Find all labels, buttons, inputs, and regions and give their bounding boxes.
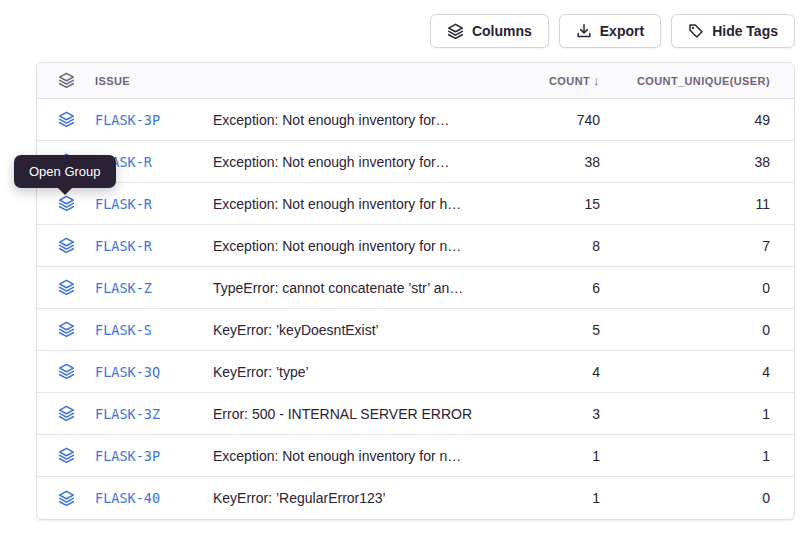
issue-link[interactable]: FLASK-S <box>95 322 152 338</box>
open-group-tooltip: Open Group <box>14 155 116 188</box>
count-value: 8 <box>500 238 600 254</box>
count-value: 740 <box>500 112 600 128</box>
open-group-tooltip-label: Open Group <box>29 164 101 179</box>
count-unique-value: 1 <box>600 448 770 464</box>
count-unique-value: 0 <box>600 280 770 296</box>
download-icon <box>576 23 592 39</box>
open-group-icon[interactable] <box>58 279 75 296</box>
count-unique-value: 4 <box>600 364 770 380</box>
count-value: 5 <box>500 322 600 338</box>
open-group-icon[interactable] <box>58 405 75 422</box>
export-button[interactable]: Export <box>559 14 661 48</box>
table-row: FLASK-3Z Error: 500 - INTERNAL SERVER ER… <box>37 393 794 435</box>
issue-summary: Exception: Not enough inventory for n… <box>213 238 500 254</box>
issue-link[interactable]: FLASK-R <box>95 196 152 212</box>
issue-summary: Exception: Not enough inventory for… <box>213 112 500 128</box>
count-value: 15 <box>500 196 600 212</box>
open-group-icon[interactable] <box>58 111 75 128</box>
stack-icon <box>58 72 75 89</box>
issue-summary: Error: 500 - INTERNAL SERVER ERROR <box>213 406 500 422</box>
open-group-icon[interactable] <box>58 363 75 380</box>
table-row: FLASK-S KeyError: ’keyDoesntExist’ 5 0 <box>37 309 794 351</box>
column-header-issue[interactable]: ISSUE <box>37 72 213 89</box>
issue-summary: KeyError: ’type’ <box>213 364 500 380</box>
table-row: FLASK-R Exception: Not enough inventory … <box>37 141 794 183</box>
issue-summary: TypeError: cannot concatenate ’str’ an… <box>213 280 500 296</box>
count-unique-value: 11 <box>600 196 770 212</box>
column-header-issue-label: ISSUE <box>95 75 130 87</box>
issue-summary: Exception: Not enough inventory for h… <box>213 196 500 212</box>
count-value: 1 <box>500 448 600 464</box>
count-value: 1 <box>500 490 600 506</box>
issue-summary: Exception: Not enough inventory for n… <box>213 448 500 464</box>
column-header-count-unique[interactable]: COUNT_UNIQUE(USER) <box>600 75 770 87</box>
issue-link[interactable]: FLASK-3P <box>95 448 160 464</box>
table-row: FLASK-40 KeyError: ’RegularError123’ 1 0 <box>37 477 794 519</box>
count-unique-value: 38 <box>600 154 770 170</box>
hide-tags-button-label: Hide Tags <box>712 23 778 39</box>
open-group-icon[interactable] <box>58 237 75 254</box>
sort-descending-icon: ↓ <box>593 73 600 88</box>
table-header-row: ISSUE COUNT↓ COUNT_UNIQUE(USER) <box>37 63 794 99</box>
open-group-icon[interactable] <box>58 195 75 212</box>
issue-summary: KeyError: ’keyDoesntExist’ <box>213 322 500 338</box>
issue-link[interactable]: FLASK-3Z <box>95 406 160 422</box>
stack-icon <box>447 23 464 40</box>
table-row: FLASK-3Q KeyError: ’type’ 4 4 <box>37 351 794 393</box>
issue-link[interactable]: FLASK-40 <box>95 490 160 506</box>
count-unique-value: 1 <box>600 406 770 422</box>
issue-link[interactable]: FLASK-3P <box>95 112 160 128</box>
column-header-count[interactable]: COUNT↓ <box>500 73 600 88</box>
columns-button-label: Columns <box>472 23 532 39</box>
open-group-icon[interactable] <box>58 447 75 464</box>
columns-button[interactable]: Columns <box>430 14 549 48</box>
table-row: FLASK-Z TypeError: cannot concatenate ’s… <box>37 267 794 309</box>
count-value: 3 <box>500 406 600 422</box>
open-group-icon[interactable] <box>58 490 75 507</box>
tag-icon <box>688 23 704 39</box>
issue-summary: Exception: Not enough inventory for… <box>213 154 500 170</box>
count-unique-value: 0 <box>600 322 770 338</box>
count-unique-value: 49 <box>600 112 770 128</box>
count-unique-value: 7 <box>600 238 770 254</box>
table-row: FLASK-3P Exception: Not enough inventory… <box>37 99 794 141</box>
column-header-count-unique-label: COUNT_UNIQUE(USER) <box>637 75 770 87</box>
hide-tags-button[interactable]: Hide Tags <box>671 14 795 48</box>
issue-summary: KeyError: ’RegularError123’ <box>213 490 500 506</box>
issue-link[interactable]: FLASK-Z <box>95 280 152 296</box>
count-value: 6 <box>500 280 600 296</box>
toolbar: Columns Export Hide Tags <box>430 14 795 48</box>
table-row: FLASK-R Exception: Not enough inventory … <box>37 225 794 267</box>
table-row: FLASK-R Exception: Not enough inventory … <box>37 183 794 225</box>
issue-link[interactable]: FLASK-3Q <box>95 364 160 380</box>
export-button-label: Export <box>600 23 644 39</box>
issue-link[interactable]: FLASK-R <box>95 238 152 254</box>
open-group-icon[interactable] <box>58 321 75 338</box>
column-header-count-label: COUNT <box>549 75 590 87</box>
results-table: ISSUE COUNT↓ COUNT_UNIQUE(USER) FLASK-3P… <box>36 62 795 520</box>
table-row: FLASK-3P Exception: Not enough inventory… <box>37 435 794 477</box>
count-value: 4 <box>500 364 600 380</box>
count-value: 38 <box>500 154 600 170</box>
count-unique-value: 0 <box>600 490 770 506</box>
